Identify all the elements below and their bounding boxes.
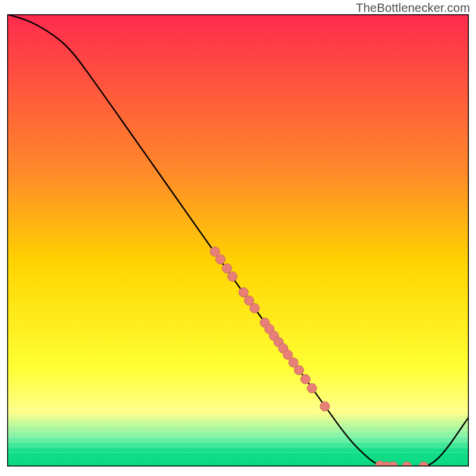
- data-point: [239, 287, 248, 297]
- svg-rect-0: [7, 403, 469, 404]
- chart-svg: [7, 14, 469, 466]
- chart-background-gradient: [7, 14, 469, 466]
- data-point: [300, 374, 310, 384]
- data-point: [250, 303, 259, 313]
- data-point: [320, 402, 330, 411]
- chart-stage: TheBottlenecker.com: [0, 0, 476, 476]
- chart-plot-area: [7, 14, 469, 466]
- data-point: [294, 365, 303, 375]
- svg-rect-3: [7, 419, 469, 420]
- data-point: [222, 264, 231, 273]
- svg-rect-9: [7, 452, 469, 453]
- svg-rect-1: [7, 409, 469, 409]
- svg-rect-8: [7, 447, 469, 447]
- svg-rect-6: [7, 436, 469, 436]
- svg-rect-5: [7, 430, 469, 431]
- svg-rect-2: [7, 414, 469, 415]
- watermark-text: TheBottlenecker.com: [356, 1, 470, 15]
- svg-rect-4: [7, 425, 469, 425]
- data-point: [307, 384, 317, 393]
- data-point: [228, 272, 237, 281]
- svg-rect-7: [7, 441, 469, 441]
- data-point: [216, 255, 226, 264]
